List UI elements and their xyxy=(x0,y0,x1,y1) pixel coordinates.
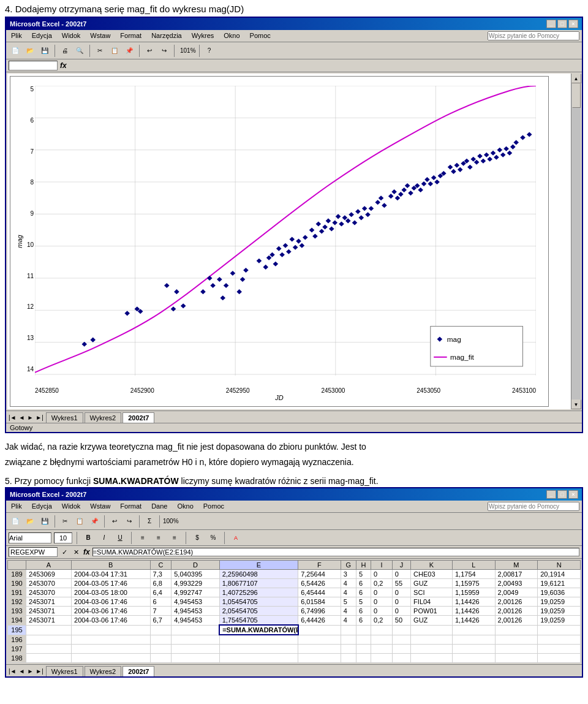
table-cell[interactable] xyxy=(538,644,581,653)
table-cell[interactable]: 5,040395 xyxy=(172,570,219,579)
table-cell[interactable]: 1,75454705 xyxy=(219,616,298,626)
paste-btn2[interactable]: 📌 xyxy=(88,515,101,528)
maximize-button[interactable]: □ xyxy=(557,20,567,28)
table-cell[interactable]: 2004-03-06 17:46 xyxy=(72,607,151,616)
table-cell[interactable] xyxy=(172,635,219,644)
menu-window[interactable]: Okno xyxy=(221,31,242,40)
color-btn[interactable]: A xyxy=(229,531,243,545)
table-cell[interactable]: 2,00817 xyxy=(495,570,538,579)
redo-btn2[interactable]: ↪ xyxy=(123,515,136,528)
table-cell[interactable]: 2453071 xyxy=(26,597,72,607)
table-cell[interactable]: FIL04 xyxy=(411,597,453,607)
table-cell[interactable]: 1,15975 xyxy=(452,579,495,588)
table-cell[interactable] xyxy=(371,644,393,653)
table-cell[interactable]: 6,44426 xyxy=(298,616,341,626)
table-cell[interactable]: 6,4 xyxy=(150,588,172,597)
table-cell[interactable] xyxy=(298,644,341,653)
table-cell[interactable]: 6 xyxy=(356,579,371,588)
copy-btn2[interactable]: 📋 xyxy=(73,515,86,528)
table-cell[interactable] xyxy=(538,653,581,662)
cut-button[interactable]: ✂ xyxy=(93,44,107,58)
table-cell[interactable] xyxy=(356,644,371,653)
align-left-btn[interactable]: ≡ xyxy=(136,531,149,545)
save-button[interactable]: 💾 xyxy=(38,44,51,58)
table-cell[interactable] xyxy=(341,653,356,662)
vertical-scrollbar[interactable]: ▲ ▼ xyxy=(571,74,581,409)
table-cell[interactable] xyxy=(172,625,219,635)
align-center-btn[interactable]: ≡ xyxy=(152,531,165,545)
table-cell[interactable]: 4 xyxy=(341,607,356,616)
menu2-insert[interactable]: Wstaw xyxy=(88,502,113,511)
col-f-header[interactable]: F xyxy=(298,561,341,570)
table-cell[interactable]: 2,00126 xyxy=(495,607,538,616)
table-cell[interactable]: 4,945453 xyxy=(172,597,219,607)
table-cell[interactable]: 2004-03-05 17:46 xyxy=(72,579,151,588)
menu-chart[interactable]: Wykres xyxy=(189,31,217,40)
table-cell[interactable]: 0,2 xyxy=(371,616,393,626)
table-cell[interactable]: 4,945453 xyxy=(172,616,219,626)
table-cell[interactable]: 1,14426 xyxy=(452,607,495,616)
table-cell[interactable]: 19,0259 xyxy=(538,607,581,616)
menu-file[interactable]: Plik xyxy=(9,31,24,40)
table-cell[interactable] xyxy=(411,625,453,635)
table-cell[interactable]: 7 xyxy=(150,607,172,616)
bold-btn[interactable]: B xyxy=(81,531,95,545)
table-cell[interactable]: 0 xyxy=(392,588,410,597)
col-m-header[interactable]: M xyxy=(495,561,538,570)
table-cell[interactable]: =SUMA.KWADRATÓW(E2:E194) xyxy=(219,625,298,635)
sum-btn2[interactable]: Σ xyxy=(143,515,156,528)
table-cell[interactable]: 2004-03-04 17:31 xyxy=(72,570,151,579)
table-cell[interactable] xyxy=(371,625,393,635)
tab-nav-first[interactable]: |◄ xyxy=(9,414,17,421)
table-cell[interactable]: 0 xyxy=(371,607,393,616)
undo-btn2[interactable]: ↩ xyxy=(108,515,121,528)
help-button[interactable]: ? xyxy=(203,44,216,58)
table-cell[interactable] xyxy=(298,625,341,635)
menu2-view[interactable]: Widok xyxy=(59,502,83,511)
col-l-header[interactable]: L xyxy=(452,561,495,570)
scroll-down-button[interactable]: ▼ xyxy=(571,399,581,409)
table-cell[interactable]: 2453070 xyxy=(26,579,72,588)
new-button[interactable]: 📄 xyxy=(9,44,22,58)
open-btn2[interactable]: 📂 xyxy=(23,515,37,528)
percent-btn[interactable]: % xyxy=(206,531,220,545)
table-cell[interactable] xyxy=(356,635,371,644)
table-cell[interactable] xyxy=(495,635,538,644)
menu-format[interactable]: Format xyxy=(118,31,144,40)
menu2-help[interactable]: Pomoc xyxy=(201,502,227,511)
col-j-header[interactable]: J xyxy=(392,561,410,570)
table-cell[interactable]: 7,25644 xyxy=(298,570,341,579)
table-cell[interactable] xyxy=(72,635,151,644)
table-cell[interactable]: 2,05454705 xyxy=(219,607,298,616)
table-cell[interactable]: 6 xyxy=(356,607,371,616)
table-cell[interactable]: 2,00126 xyxy=(495,597,538,607)
help-search[interactable] xyxy=(488,31,579,40)
table-cell[interactable]: 0 xyxy=(392,607,410,616)
col-g-header[interactable]: G xyxy=(341,561,356,570)
table-cell[interactable] xyxy=(392,644,410,653)
align-right-btn[interactable]: ≡ xyxy=(168,531,181,545)
table-cell[interactable] xyxy=(72,625,151,635)
table-cell[interactable]: 2,0049 xyxy=(495,588,538,597)
table-cell[interactable]: 5 xyxy=(356,597,371,607)
table-cell[interactable]: 4 xyxy=(341,616,356,626)
table-cell[interactable]: GUZ xyxy=(411,579,453,588)
table-cell[interactable]: 50 xyxy=(392,616,410,626)
table-cell[interactable] xyxy=(219,635,298,644)
table-cell[interactable]: 6 xyxy=(150,597,172,607)
table-cell[interactable] xyxy=(495,625,538,635)
table-cell[interactable] xyxy=(298,653,341,662)
name-box2[interactable] xyxy=(9,547,58,557)
minimize-button2[interactable]: _ xyxy=(546,490,556,499)
tab-nav-next[interactable]: ► xyxy=(27,414,33,421)
table-cell[interactable] xyxy=(371,635,393,644)
table-cell[interactable] xyxy=(411,635,453,644)
table-cell[interactable] xyxy=(452,625,495,635)
table-cell[interactable] xyxy=(72,644,151,653)
table-cell[interactable]: 2,00126 xyxy=(495,616,538,626)
table-cell[interactable]: 5 xyxy=(356,570,371,579)
table-cell[interactable] xyxy=(495,644,538,653)
table-cell[interactable] xyxy=(26,625,72,635)
tab-wykres2[interactable]: Wykres2 xyxy=(85,412,122,423)
table-cell[interactable] xyxy=(150,625,172,635)
